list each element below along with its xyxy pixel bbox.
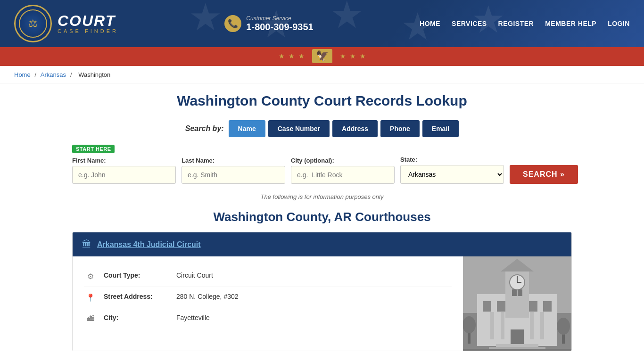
logo-area: ⚖ COURT CASE FINDER xyxy=(14,5,118,42)
svg-rect-21 xyxy=(463,349,571,351)
nav-home[interactable]: HOME xyxy=(420,20,440,27)
tab-address[interactable]: Address xyxy=(332,120,378,137)
bg-star-3: ★ xyxy=(330,0,364,37)
court-type-label: Court Type: xyxy=(104,272,170,279)
svg-rect-18 xyxy=(501,312,504,339)
svg-rect-11 xyxy=(497,301,505,312)
first-name-group: First Name: xyxy=(72,157,176,184)
state-select[interactable]: AlabamaAlaskaArizonaArkansasCaliforniaCo… xyxy=(400,165,504,184)
courthouse-svg xyxy=(463,256,571,351)
svg-rect-17 xyxy=(490,312,494,339)
svg-rect-10 xyxy=(483,301,491,312)
court-type-value: Circuit Court xyxy=(176,272,213,279)
search-tabs-bar: Search by: Name Case Number Address Phon… xyxy=(72,120,572,137)
courthouse-body: ⚙ Court Type: Circuit Court 📍 Street Add… xyxy=(73,256,571,351)
courthouse-card: 🏛 Arkansas 4th Judicial Circuit ⚙ Court … xyxy=(72,232,572,351)
breadcrumb-home[interactable]: Home xyxy=(14,71,31,78)
main-content: Washington County Court Records Lookup S… xyxy=(63,83,581,362)
courthouse-card-header: 🏛 Arkansas 4th Judicial Circuit xyxy=(73,232,571,256)
last-name-input[interactable] xyxy=(182,166,285,184)
main-nav: HOME SERVICES REGISTER MEMBER HELP LOGIN xyxy=(420,20,630,27)
phone-info: Customer Service 1-800-309-9351 xyxy=(246,15,313,33)
search-form: First Name: Last Name: City (optional): … xyxy=(72,156,572,184)
bg-star-1: ★ xyxy=(189,0,223,39)
logo-subtitle: CASE FINDER xyxy=(58,28,118,34)
eagle-symbol: 🦅 xyxy=(312,49,332,63)
city-group: City (optional): xyxy=(291,157,395,184)
svg-rect-19 xyxy=(530,312,534,339)
svg-point-25 xyxy=(557,318,570,335)
eagle-area: ★★★ 🦅 ★★★ xyxy=(279,49,366,63)
state-label: State: xyxy=(400,156,504,163)
star-row-right: ★★★ xyxy=(340,52,366,60)
detail-row-address: 📍 Street Address: 280 N. College, #302 xyxy=(84,287,452,308)
courthouses-title: Washington County, AR Courthouses xyxy=(72,210,572,224)
breadcrumb-state[interactable]: Arkansas xyxy=(41,71,66,78)
courthouse-image xyxy=(463,256,571,351)
phone-icon: 📞 xyxy=(224,15,241,32)
phone-number: 1-800-309-9351 xyxy=(246,22,313,33)
customer-service-label: Customer Service xyxy=(246,15,313,22)
last-name-group: Last Name: xyxy=(182,157,285,184)
site-header: ★ ★ ★ ★ ★ ⚖ COURT CASE FINDER 📞 Customer… xyxy=(0,0,644,66)
eagle-band: ★★★ 🦅 ★★★ xyxy=(0,47,644,66)
nav-services[interactable]: SERVICES xyxy=(452,20,487,27)
courthouse-details: ⚙ Court Type: Circuit Court 📍 Street Add… xyxy=(73,256,463,351)
tab-email[interactable]: Email xyxy=(422,120,459,137)
address-value: 280 N. College, #302 xyxy=(176,293,239,300)
state-group: State: AlabamaAlaskaArizonaArkansasCalif… xyxy=(400,156,504,184)
breadcrumb-county: Washington xyxy=(78,71,110,78)
svg-rect-14 xyxy=(511,329,524,346)
tab-name[interactable]: Name xyxy=(229,120,265,137)
breadcrumb-sep-1: / xyxy=(35,71,38,78)
court-type-icon: ⚙ xyxy=(84,272,97,281)
logo-title: COURT xyxy=(58,13,118,28)
svg-rect-8 xyxy=(512,289,517,296)
breadcrumb-sep-2: / xyxy=(70,71,74,78)
address-label: Street Address: xyxy=(104,293,170,300)
first-name-label: First Name: xyxy=(72,157,176,164)
tab-case-number[interactable]: Case Number xyxy=(268,120,330,137)
courthouse-name-link[interactable]: Arkansas 4th Judicial Circuit xyxy=(97,240,201,249)
page-title: Washington County Court Records Lookup xyxy=(72,93,572,109)
logo-text: COURT CASE FINDER xyxy=(58,13,118,34)
tab-phone[interactable]: Phone xyxy=(380,120,420,137)
start-here-badge: START HERE xyxy=(72,145,115,153)
city-row-label: City: xyxy=(104,314,170,321)
search-by-label: Search by: xyxy=(185,124,224,133)
detail-row-city: 🏙 City: Fayetteville xyxy=(84,308,452,329)
nav-login[interactable]: LOGIN xyxy=(608,20,630,27)
courthouse-icon: 🏛 xyxy=(82,239,91,250)
search-button[interactable]: SEARCH » xyxy=(510,165,578,184)
city-row-value: Fayetteville xyxy=(176,314,210,321)
detail-row-court-type: ⚙ Court Type: Circuit Court xyxy=(84,266,452,287)
city-label: City (optional): xyxy=(291,157,395,164)
svg-rect-15 xyxy=(496,344,538,347)
logo-icon: ⚖ xyxy=(19,9,47,38)
address-icon: 📍 xyxy=(84,293,97,302)
info-text: The following is for information purpose… xyxy=(72,193,572,200)
star-row-left: ★★★ xyxy=(279,52,305,60)
nav-register[interactable]: REGISTER xyxy=(498,20,534,27)
svg-rect-9 xyxy=(518,289,522,296)
city-input[interactable] xyxy=(291,166,395,184)
svg-rect-12 xyxy=(529,301,537,312)
last-name-label: Last Name: xyxy=(182,157,285,164)
phone-block: 📞 Customer Service 1-800-309-9351 xyxy=(224,15,313,33)
breadcrumb: Home / Arkansas / Washington xyxy=(0,66,644,83)
logo-badge: ⚖ xyxy=(14,5,52,42)
nav-member-help[interactable]: MEMBER HELP xyxy=(545,20,596,27)
svg-point-23 xyxy=(463,316,476,333)
first-name-input[interactable] xyxy=(72,166,176,184)
svg-rect-20 xyxy=(540,312,544,339)
svg-rect-13 xyxy=(543,301,552,312)
city-row-icon: 🏙 xyxy=(84,314,97,323)
